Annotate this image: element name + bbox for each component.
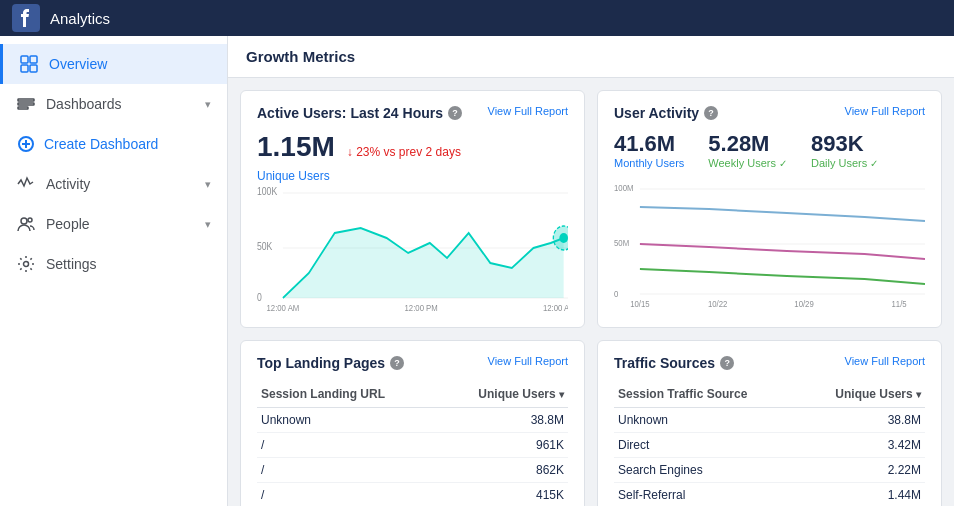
- svg-rect-2: [21, 65, 28, 72]
- svg-text:10/29: 10/29: [794, 298, 814, 309]
- svg-rect-6: [18, 107, 28, 109]
- sidebar-item-create-dashboard[interactable]: Create Dashboard: [0, 124, 227, 164]
- weekly-users-value: 5.28M: [708, 131, 787, 157]
- traffic-sources-card: Traffic Sources ? View Full Report Sessi…: [597, 340, 942, 506]
- table-row: Unknown38.8M: [614, 408, 925, 433]
- svg-text:0: 0: [257, 292, 262, 303]
- svg-text:11/5: 11/5: [892, 298, 907, 309]
- svg-point-10: [21, 218, 27, 224]
- settings-icon: [16, 254, 36, 274]
- sidebar-item-overview[interactable]: Overview: [0, 44, 227, 84]
- top-landing-pages-view-report[interactable]: View Full Report: [488, 355, 569, 367]
- user-activity-card-header: User Activity ? View Full Report: [614, 105, 925, 121]
- table-row: /415K: [257, 483, 568, 507]
- sidebar-item-settings-label: Settings: [46, 256, 97, 272]
- top-landing-pages-table: Session Landing URL Unique Users ▾ Unkno…: [257, 381, 568, 506]
- dashboards-icon: [16, 94, 36, 114]
- traffic-sources-view-report[interactable]: View Full Report: [845, 355, 926, 367]
- sidebar-item-activity-label: Activity: [46, 176, 90, 192]
- active-users-value: 1.15M: [257, 131, 335, 163]
- people-chevron-icon: ▾: [205, 218, 211, 231]
- table-row: /961K: [257, 433, 568, 458]
- sidebar: Overview Dashboards ▾: [0, 36, 228, 506]
- svg-text:12:00 AM: 12:00 AM: [543, 302, 568, 313]
- svg-text:50K: 50K: [257, 241, 273, 252]
- weekly-users-label: Weekly Users ✓: [708, 157, 787, 169]
- svg-text:100M: 100M: [614, 182, 633, 193]
- sidebar-item-dashboards-label: Dashboards: [46, 96, 122, 112]
- top-landing-pages-title: Top Landing Pages ?: [257, 355, 404, 371]
- active-users-label: Unique Users: [257, 169, 568, 183]
- weekly-users-metric: 5.28M Weekly Users ✓: [708, 131, 787, 169]
- traffic-users-col-header[interactable]: Unique Users ▾: [799, 381, 925, 408]
- svg-point-11: [28, 218, 32, 222]
- sidebar-item-activity[interactable]: Activity ▾: [0, 164, 227, 204]
- monthly-users-value: 41.6M: [614, 131, 684, 157]
- active-users-title: Active Users: Last 24 Hours ?: [257, 105, 462, 121]
- svg-text:0: 0: [614, 288, 619, 299]
- svg-rect-1: [30, 56, 37, 63]
- table-row: Direct3.42M: [614, 433, 925, 458]
- monthly-users-metric: 41.6M Monthly Users: [614, 131, 684, 169]
- top-landing-pages-info-icon: ?: [390, 356, 404, 370]
- active-users-view-report[interactable]: View Full Report: [488, 105, 569, 117]
- sidebar-item-people-label: People: [46, 216, 90, 232]
- user-activity-info-icon: ?: [704, 106, 718, 120]
- user-activity-metrics: 41.6M Monthly Users 5.28M Weekly Users ✓: [614, 131, 925, 169]
- landing-url-col-header: Session Landing URL: [257, 381, 439, 408]
- overview-icon: [19, 54, 39, 74]
- cards-grid: Active Users: Last 24 Hours ? View Full …: [228, 78, 954, 506]
- top-landing-pages-header: Top Landing Pages ? View Full Report: [257, 355, 568, 371]
- active-users-card: Active Users: Last 24 Hours ? View Full …: [240, 90, 585, 328]
- sidebar-item-create-dashboard-label: Create Dashboard: [44, 136, 158, 152]
- table-row: Search Engines2.22M: [614, 458, 925, 483]
- svg-rect-0: [21, 56, 28, 63]
- daily-users-metric: 893K Daily Users ✓: [811, 131, 878, 169]
- table-row: Unknown38.8M: [257, 408, 568, 433]
- sidebar-item-dashboards[interactable]: Dashboards ▾: [0, 84, 227, 124]
- user-activity-chart: 100M 50M 0 10/15 10/22: [614, 179, 925, 309]
- active-users-card-header: Active Users: Last 24 Hours ? View Full …: [257, 105, 568, 121]
- monthly-users-label: Monthly Users: [614, 157, 684, 169]
- active-users-info-icon: ?: [448, 106, 462, 120]
- dashboards-chevron-icon: ▾: [205, 98, 211, 111]
- fb-logo: [12, 4, 40, 32]
- landing-users-col-header[interactable]: Unique Users ▾: [439, 381, 568, 408]
- traffic-sources-header: Traffic Sources ? View Full Report: [614, 355, 925, 371]
- user-activity-title: User Activity ?: [614, 105, 718, 121]
- active-users-chart: 100K 50K 0: [257, 183, 568, 313]
- section-header: Growth Metrics: [228, 36, 954, 78]
- table-row: Self-Referral1.44M: [614, 483, 925, 507]
- user-activity-card: User Activity ? View Full Report 41.6M M…: [597, 90, 942, 328]
- table-row: /862K: [257, 458, 568, 483]
- traffic-sources-title: Traffic Sources ?: [614, 355, 734, 371]
- svg-point-12: [24, 262, 29, 267]
- svg-text:12:00 AM: 12:00 AM: [267, 302, 300, 313]
- svg-text:50M: 50M: [614, 237, 629, 248]
- people-icon: [16, 214, 36, 234]
- svg-point-21: [559, 233, 568, 243]
- traffic-sources-info-icon: ?: [720, 356, 734, 370]
- activity-chevron-icon: ▾: [205, 178, 211, 191]
- top-nav: Analytics: [0, 0, 954, 36]
- svg-rect-3: [30, 65, 37, 72]
- user-activity-view-report[interactable]: View Full Report: [845, 105, 926, 117]
- main-content: Growth Metrics Active Users: Last 24 Hou…: [228, 36, 954, 506]
- svg-text:10/15: 10/15: [630, 298, 650, 309]
- traffic-sources-table: Session Traffic Source Unique Users ▾ Un…: [614, 381, 925, 506]
- svg-marker-19: [283, 228, 564, 298]
- active-users-change: ↓ 23% vs prev 2 days: [347, 145, 461, 159]
- svg-rect-5: [18, 103, 34, 105]
- layout: Overview Dashboards ▾: [0, 36, 954, 506]
- app-title: Analytics: [50, 10, 110, 27]
- daily-users-value: 893K: [811, 131, 878, 157]
- svg-text:100K: 100K: [257, 186, 278, 197]
- sidebar-item-overview-label: Overview: [49, 56, 107, 72]
- sidebar-item-settings[interactable]: Settings: [0, 244, 227, 284]
- top-landing-pages-card: Top Landing Pages ? View Full Report Ses…: [240, 340, 585, 506]
- svg-text:12:00 PM: 12:00 PM: [405, 302, 438, 313]
- sidebar-item-people[interactable]: People ▾: [0, 204, 227, 244]
- svg-rect-4: [18, 99, 34, 101]
- activity-icon: [16, 174, 36, 194]
- plus-icon: [16, 134, 36, 154]
